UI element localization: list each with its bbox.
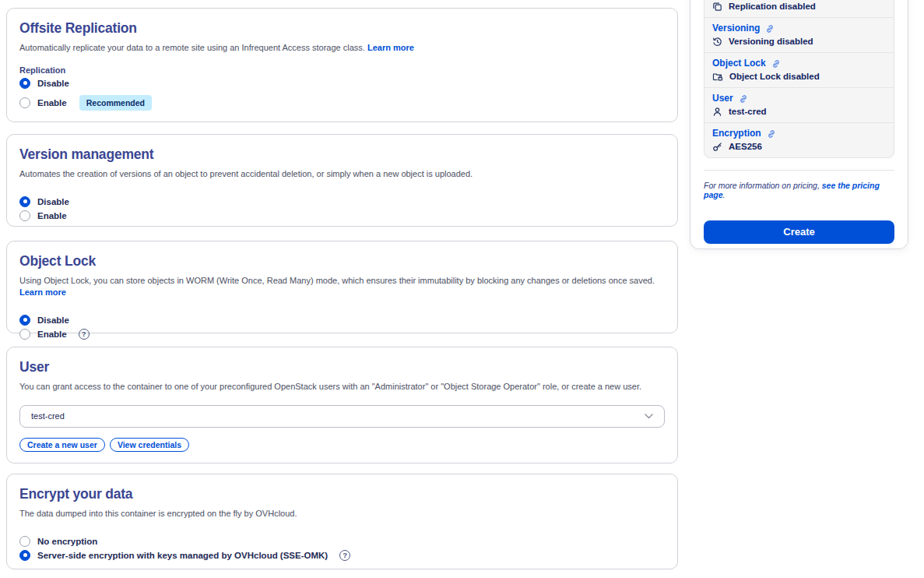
history-icon xyxy=(712,37,722,47)
card-user: User You can grant access to the contain… xyxy=(6,347,678,463)
summary-section-replication: Replication Replication disabled xyxy=(704,0,894,18)
radio-icon[interactable] xyxy=(19,550,30,561)
pricing-text: . xyxy=(723,190,725,199)
card-encryption: Encrypt your data The data dumped into t… xyxy=(6,474,678,569)
help-icon[interactable]: ? xyxy=(339,550,350,561)
radio-option-disable[interactable]: Disable xyxy=(19,196,665,207)
replication-icon xyxy=(712,2,722,12)
summary-heading-label: Versioning xyxy=(712,23,760,33)
radio-label: Disable xyxy=(37,197,69,206)
summary-section-encryption: Encryption AES256 xyxy=(704,123,894,157)
radio-option-disable[interactable]: Disable xyxy=(19,78,665,89)
summary-value-user: test-cred xyxy=(712,106,886,117)
summary-section-object-lock: Object Lock Object Lock disabled xyxy=(704,53,894,88)
card-description: Automatically replicate your data to a r… xyxy=(19,42,665,54)
radio-icon[interactable] xyxy=(19,210,30,221)
description-text: Automatically replicate your data to a r… xyxy=(19,43,365,52)
radio-label: No encryption xyxy=(37,537,97,546)
radio-icon[interactable] xyxy=(19,315,30,326)
create-new-user-button[interactable]: Create a new user xyxy=(19,438,105,452)
summary-value-label: Versioning disabled xyxy=(729,36,813,47)
link-icon[interactable] xyxy=(767,129,776,139)
replication-group-label: Replication xyxy=(19,65,665,75)
summary-value-encryption: AES256 xyxy=(712,141,886,152)
radio-icon[interactable] xyxy=(19,97,30,108)
radio-label: Enable xyxy=(37,330,67,339)
summary-heading-label: Object Lock xyxy=(712,58,766,69)
card-version-management: Version management Automates the creatio… xyxy=(6,134,678,227)
summary-heading-label: User xyxy=(712,93,733,104)
summary-value-versioning: Versioning disabled xyxy=(712,36,886,47)
panel-divider xyxy=(704,170,894,171)
radio-label: Disable xyxy=(37,315,69,325)
summary-heading-versioning[interactable]: Versioning xyxy=(712,23,886,33)
card-title: Object Lock xyxy=(19,253,665,270)
view-credentials-button[interactable]: View credentials xyxy=(110,438,189,452)
recommended-badge: Recommended xyxy=(79,95,152,111)
pricing-text: For more information on pricing, xyxy=(704,181,822,190)
key-icon xyxy=(712,142,722,152)
create-button[interactable]: Create xyxy=(704,220,894,244)
card-object-lock: Object Lock Using Object Lock, you can s… xyxy=(6,241,678,333)
user-actions: Create a new user View credentials xyxy=(19,438,665,452)
card-offsite-replication: Offsite Replication Automatically replic… xyxy=(6,8,678,122)
link-icon[interactable] xyxy=(765,24,775,33)
radio-icon[interactable] xyxy=(19,329,30,340)
card-description: Using Object Lock, you can store objects… xyxy=(19,275,665,298)
user-select[interactable]: test-cred xyxy=(19,405,665,428)
summary-heading-user[interactable]: User xyxy=(712,93,886,104)
help-icon[interactable]: ? xyxy=(79,329,90,340)
summary-value-label: AES256 xyxy=(729,141,762,152)
summary-box: Replication Replication disabled Version… xyxy=(704,0,894,158)
user-icon xyxy=(712,107,722,117)
learn-more-link[interactable]: Learn more xyxy=(19,287,66,297)
folder-lock-icon xyxy=(712,72,723,82)
summary-section-user: User test-cred xyxy=(704,88,894,123)
summary-heading-encryption[interactable]: Encryption xyxy=(712,129,886,139)
radio-label: Server-side encryption with keys managed… xyxy=(37,551,328,560)
radio-label: Disable xyxy=(37,79,69,88)
learn-more-link[interactable]: Learn more xyxy=(367,43,414,52)
description-text: Using Object Lock, you can store objects… xyxy=(19,276,655,285)
radio-icon[interactable] xyxy=(19,78,30,89)
summary-heading-object-lock[interactable]: Object Lock xyxy=(712,58,886,69)
radio-label: Enable xyxy=(37,211,67,220)
radio-option-sse-omk[interactable]: Server-side encryption with keys managed… xyxy=(19,550,665,561)
radio-icon[interactable] xyxy=(19,536,30,547)
card-title: Version management xyxy=(19,146,665,163)
summary-value-label: Replication disabled xyxy=(729,1,816,12)
link-icon[interactable] xyxy=(739,94,748,104)
summary-value-label: test-cred xyxy=(729,106,767,117)
card-title: User xyxy=(19,359,665,375)
radio-option-enable[interactable]: Enable ? xyxy=(19,329,665,340)
summary-panel: Replication Replication disabled Version… xyxy=(690,0,908,249)
summary-value-replication: Replication disabled xyxy=(712,1,886,12)
radio-option-enable[interactable]: Enable xyxy=(19,210,665,221)
radio-icon[interactable] xyxy=(19,196,30,207)
summary-value-label: Object Lock disabled xyxy=(729,71,820,82)
card-title: Offsite Replication xyxy=(19,20,665,37)
summary-section-versioning: Versioning Versioning disabled xyxy=(704,18,894,53)
pricing-note: For more information on pricing, see the… xyxy=(704,181,894,199)
user-select-value: test-cred xyxy=(31,411,65,421)
radio-label: Enable xyxy=(37,98,67,107)
card-description: The data dumped into this container is e… xyxy=(19,508,665,520)
card-description: You can grant access to the container to… xyxy=(19,381,665,393)
link-icon[interactable] xyxy=(771,59,781,69)
chevron-down-icon xyxy=(645,414,653,419)
card-description: Automates the creation of versions of an… xyxy=(19,168,665,180)
summary-value-object-lock: Object Lock disabled xyxy=(712,71,886,82)
summary-heading-label: Encryption xyxy=(712,129,761,139)
radio-option-no-encryption[interactable]: No encryption xyxy=(19,536,665,547)
card-title: Encrypt your data xyxy=(19,486,665,502)
radio-option-disable[interactable]: Disable xyxy=(19,315,665,326)
radio-option-enable[interactable]: Enable Recommended xyxy=(19,95,665,111)
